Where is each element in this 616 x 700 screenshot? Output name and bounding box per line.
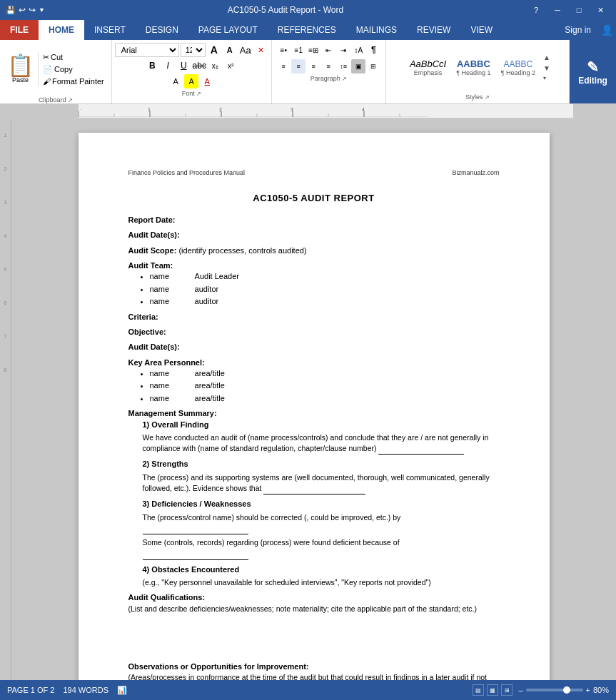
zoom-thumb[interactable] — [563, 686, 570, 694]
change-case-button[interactable]: Aa — [238, 43, 253, 57]
text-highlight-button[interactable]: A — [184, 74, 198, 88]
zoom-in-button[interactable]: + — [586, 686, 590, 694]
overall-finding-heading: 1) Overall Finding — [143, 420, 500, 430]
audit-date2-label: Audit Date(s): — [128, 343, 180, 351]
customize-icon[interactable]: ▼ — [39, 6, 45, 14]
management-summary-label: Management Summary: — [128, 408, 500, 419]
strikethrough-button[interactable]: abc — [192, 59, 206, 73]
align-left-button[interactable]: ≡ — [276, 59, 291, 73]
undo-icon[interactable]: ↩ — [19, 5, 26, 15]
numbered-list-button[interactable]: ≡1 — [291, 43, 306, 57]
close-button[interactable]: ✕ — [590, 0, 610, 20]
styles-scroll-down[interactable]: ▼ — [543, 64, 550, 72]
redo-icon[interactable]: ↪ — [29, 5, 36, 15]
status-left: PAGE 1 OF 2 194 WORDS 📊 — [7, 686, 127, 695]
styles-scroll-up[interactable]: ▲ — [543, 54, 550, 61]
justify-button[interactable]: ≡ — [321, 59, 335, 73]
editing-label: Editing — [578, 76, 607, 86]
paragraph-group-label: Paragraph ↗ — [310, 75, 347, 82]
text-effects-button[interactable]: A — [168, 74, 183, 88]
tab-insert[interactable]: INSERT — [84, 20, 136, 40]
strengths-heading: 2) Strengths — [143, 459, 500, 470]
ribbon-group-paragraph: ≡• ≡1 ≡⊞ ⇤ ⇥ ↕A ¶ ≡ ≡ ≡ ≡ ↕≡ ▣ ⊞ Paragra… — [272, 40, 386, 103]
help-button[interactable]: ? — [526, 0, 546, 20]
cut-button[interactable]: ✂ Cut — [41, 52, 106, 63]
observations-label: Observations or Opportunities for Improv… — [128, 661, 500, 672]
clipboard-expand-icon[interactable]: ↗ — [68, 97, 73, 103]
superscript-button[interactable]: x² — [223, 59, 238, 73]
font-color-row: A A A — [168, 74, 214, 88]
ribbon-group-clipboard: 📋 Paste ✂ Cut 📄 Copy 🖌 Format Painter Cl… — [0, 40, 112, 103]
list-item: name area/title — [150, 380, 500, 391]
styles-group-label: Styles ↗ — [465, 93, 490, 101]
tab-design[interactable]: DESIGN — [136, 20, 188, 40]
italic-button[interactable]: I — [161, 59, 175, 73]
page-info: PAGE 1 OF 2 — [7, 686, 54, 694]
list-item: name Audit Leader — [150, 271, 500, 282]
subscript-button[interactable]: x₂ — [208, 59, 222, 73]
zoom-out-button[interactable]: – — [518, 686, 522, 694]
style-emphasis[interactable]: AaBbCcI Emphasis — [405, 44, 451, 92]
tab-review[interactable]: REVIEW — [407, 20, 460, 40]
sort-button[interactable]: ↕A — [351, 43, 365, 57]
style-heading2[interactable]: AABBC ¶ Heading 2 — [496, 44, 540, 92]
shrink-font-button[interactable]: A — [223, 43, 237, 57]
document-title: AC1050-5 AUDIT REPORT — [128, 192, 500, 205]
decrease-indent-button[interactable]: ⇤ — [321, 43, 335, 57]
tab-references[interactable]: REFERENCES — [268, 20, 346, 40]
font-color-button[interactable]: A — [200, 74, 214, 88]
bullet-list-button[interactable]: ≡• — [276, 43, 291, 57]
zoom-slider[interactable] — [526, 689, 583, 691]
format-painter-button[interactable]: 🖌 Format Painter — [41, 76, 106, 86]
svg-text:4: 4 — [362, 107, 365, 112]
document-area[interactable]: Finance Policies and Procedures Manual B… — [11, 118, 616, 680]
tab-page-layout[interactable]: PAGE LAYOUT — [188, 20, 268, 40]
tab-view[interactable]: VIEW — [460, 20, 503, 40]
increase-indent-button[interactable]: ⇥ — [336, 43, 350, 57]
font-expand-icon[interactable]: ↗ — [196, 91, 201, 97]
quick-access-toolbar[interactable]: 💾 ↩ ↪ ▼ — [6, 5, 45, 15]
borders-button[interactable]: ⊞ — [366, 59, 380, 73]
word-count: 194 WORDS — [63, 686, 108, 694]
obstacles-text: (e.g., "Key personnel unavailable for sc… — [143, 577, 500, 588]
style-heading1[interactable]: AABBC ¶ Heading 1 — [451, 44, 495, 92]
paste-label: Paste — [12, 76, 29, 83]
paragraph-expand-icon[interactable]: ↗ — [342, 76, 347, 82]
clear-formatting-button[interactable]: ✕ — [254, 43, 268, 57]
tab-file[interactable]: FILE — [0, 20, 39, 40]
audit-qualifications-section: Audit Qualifications: (List and describe… — [128, 592, 500, 614]
alignment-row: ≡ ≡ ≡ ≡ ↕≡ ▣ ⊞ — [276, 59, 380, 73]
font-name-selector[interactable]: Arial — [115, 43, 179, 57]
bold-button[interactable]: B — [145, 59, 159, 73]
print-layout-view[interactable]: ▤ — [473, 684, 484, 696]
read-mode-view[interactable]: ▦ — [487, 684, 498, 696]
clipboard-group-label: Clipboard ↗ — [3, 96, 108, 103]
underline-button[interactable]: U — [176, 59, 191, 73]
document-page[interactable]: Finance Policies and Procedures Manual B… — [79, 133, 550, 680]
align-right-button[interactable]: ≡ — [306, 59, 320, 73]
copy-button[interactable]: 📄 Copy — [41, 64, 106, 75]
styles-more[interactable]: ▾ — [543, 75, 550, 81]
minimize-button[interactable]: ─ — [547, 0, 567, 20]
word-count-icon[interactable]: 📊 — [117, 686, 127, 695]
line-spacing-button[interactable]: ↕≡ — [336, 59, 350, 73]
grow-font-button[interactable]: A — [207, 43, 221, 57]
audit-qualifications-text: (List and describe deficiencies/weakness… — [128, 604, 500, 614]
list-item: name area/title — [150, 368, 500, 379]
align-center-button[interactable]: ≡ — [291, 59, 306, 73]
multilevel-list-button[interactable]: ≡⊞ — [306, 43, 320, 57]
styles-expand-icon[interactable]: ↗ — [485, 94, 490, 101]
maximize-button[interactable]: □ — [569, 0, 589, 20]
tab-home[interactable]: HOME — [39, 20, 84, 40]
ruler-left-margin — [0, 104, 79, 118]
shading-button[interactable]: ▣ — [351, 59, 365, 73]
styles-scroll-arrows: ▲ ▼ ▾ — [543, 54, 550, 81]
paste-button[interactable]: 📋 Paste — [3, 52, 39, 86]
web-layout-view[interactable]: ⊞ — [501, 684, 513, 696]
tab-mailings[interactable]: MAILINGS — [346, 20, 407, 40]
sign-in-link[interactable]: Sign in — [557, 25, 598, 35]
font-size-selector[interactable]: 12 — [181, 43, 206, 57]
show-marks-button[interactable]: ¶ — [366, 43, 380, 57]
status-right: ▤ ▦ ⊞ – + 80% — [473, 684, 609, 696]
save-icon[interactable]: 💾 — [6, 6, 16, 15]
